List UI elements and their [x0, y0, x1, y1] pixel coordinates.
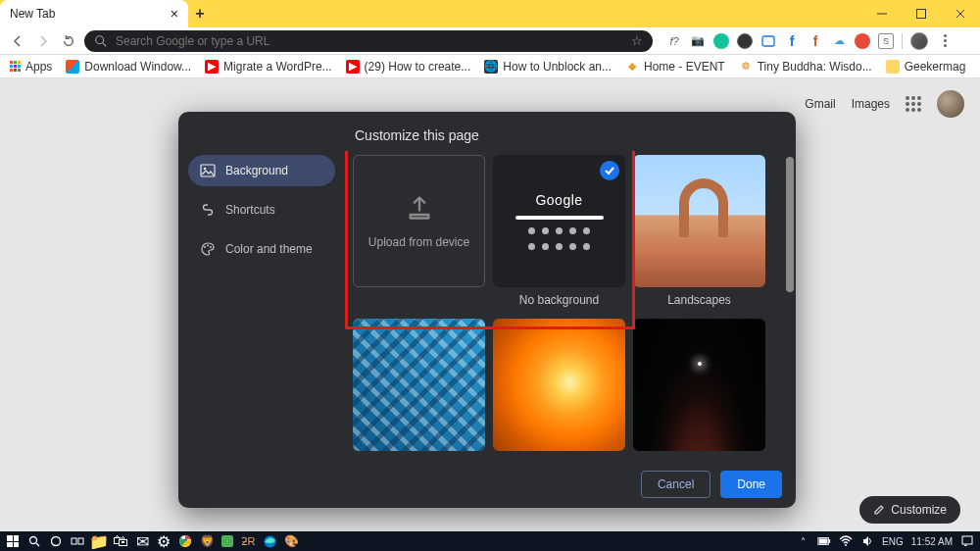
- google-apps-icon[interactable]: [906, 96, 921, 112]
- bookmark-tiny-buddha[interactable]: ☸ Tiny Buddha: Wisdo...: [739, 60, 872, 74]
- app-icon-1[interactable]: 🦁: [200, 534, 214, 548]
- close-window-button[interactable]: [941, 0, 980, 27]
- close-tab-icon[interactable]: ×: [171, 6, 178, 22]
- ext-facebook-icon[interactable]: f: [784, 33, 800, 49]
- bookmark-home-event[interactable]: ◆ Home - EVENT: [625, 60, 725, 74]
- store-icon[interactable]: 🛍: [114, 534, 127, 548]
- svg-rect-16: [78, 538, 83, 544]
- app-icon-2[interactable]: [221, 535, 233, 547]
- bookmark-star-icon[interactable]: ☆: [631, 33, 643, 48]
- edge-icon[interactable]: [263, 534, 276, 548]
- tile-landscapes[interactable]: [633, 155, 765, 287]
- mail-icon[interactable]: ✉: [135, 534, 149, 548]
- omnibox[interactable]: ☆: [84, 30, 653, 52]
- file-explorer-icon[interactable]: 📁: [92, 534, 106, 548]
- bookmark-download-windows[interactable]: Download Window...: [66, 60, 191, 74]
- battery-icon[interactable]: [817, 534, 831, 548]
- bookmark-geekermag[interactable]: Geekermag: [886, 60, 966, 74]
- tile-architecture[interactable]: [353, 319, 485, 451]
- profile-avatar[interactable]: [937, 90, 964, 118]
- ext-facebook-alt-icon[interactable]: f: [808, 33, 823, 49]
- browser-tab[interactable]: New Tab ×: [0, 0, 188, 27]
- svg-line-13: [36, 543, 39, 546]
- sidebar-item-color-theme[interactable]: Color and theme: [188, 233, 335, 265]
- ext-grammarly-icon[interactable]: [713, 33, 729, 49]
- ext-round-red-icon[interactable]: [855, 33, 870, 49]
- new-tab-button[interactable]: +: [188, 0, 212, 27]
- svg-point-12: [30, 537, 37, 544]
- ext-cloud-icon[interactable]: ☁: [831, 33, 847, 49]
- pencil-icon: [873, 504, 885, 516]
- bookmark-label: Download Window...: [84, 60, 191, 74]
- customize-dialog: Customize this page Background Shortcuts…: [178, 112, 796, 508]
- cortana-icon[interactable]: [49, 534, 63, 548]
- profile-avatar-icon[interactable]: [910, 32, 928, 50]
- bookmark-label: Tiny Buddha: Wisdo...: [758, 60, 872, 74]
- chrome-icon[interactable]: [178, 534, 192, 548]
- svg-rect-22: [819, 538, 828, 543]
- ext-tab-icon[interactable]: [760, 33, 776, 49]
- customize-button[interactable]: Customize: [859, 496, 960, 524]
- tile-label: No background: [519, 293, 599, 309]
- cancel-button[interactable]: Cancel: [641, 471, 710, 498]
- paint-icon[interactable]: 🎨: [284, 534, 298, 548]
- done-button[interactable]: Done: [720, 471, 782, 498]
- chrome-menu-icon[interactable]: [936, 34, 954, 47]
- settings-icon[interactable]: ⚙: [157, 534, 171, 548]
- youtube-icon: ▶: [205, 60, 219, 74]
- gmail-link[interactable]: Gmail: [805, 97, 835, 111]
- tile-earth[interactable]: [633, 319, 765, 451]
- svg-rect-6: [762, 36, 774, 46]
- tab-title: New Tab: [10, 7, 55, 21]
- ext-f-question-icon[interactable]: f?: [666, 33, 682, 49]
- scrollbar-thumb[interactable]: [786, 157, 794, 292]
- bookmark-how-to-create[interactable]: ▶ (29) How to create...: [346, 60, 471, 74]
- system-tray: ˄ ENG 11:52 AM: [796, 534, 974, 548]
- omnibox-input[interactable]: [116, 34, 623, 48]
- task-view-icon[interactable]: [71, 534, 84, 548]
- minimize-button[interactable]: [862, 0, 902, 27]
- bookmark-apps[interactable]: Apps: [10, 60, 52, 74]
- ext-dark-icon[interactable]: [737, 33, 753, 49]
- bookmark-migrate-wordpress[interactable]: ▶ Migrate a WordPre...: [205, 60, 331, 74]
- ext-s-icon[interactable]: S: [878, 33, 894, 49]
- tray-lang[interactable]: ENG: [882, 536, 904, 547]
- tray-time[interactable]: 11:52 AM: [911, 536, 953, 547]
- tile-no-background[interactable]: Google: [493, 155, 625, 287]
- maximize-button[interactable]: [902, 0, 941, 27]
- svg-point-14: [52, 537, 61, 546]
- toolbar: ☆ f? 📷 f f ☁ S: [0, 27, 980, 55]
- bookmarks-bar: Apps Download Window... ▶ Migrate a Word…: [0, 55, 980, 78]
- star-graphic: [698, 362, 702, 366]
- bookmark-label: Migrate a WordPre...: [223, 60, 331, 74]
- images-link[interactable]: Images: [852, 97, 890, 111]
- back-button[interactable]: [8, 31, 27, 51]
- volume-icon[interactable]: [860, 534, 874, 548]
- tile-textures[interactable]: [493, 319, 625, 451]
- bookmark-label: Home - EVENT: [644, 60, 725, 74]
- forward-button[interactable]: [33, 31, 53, 51]
- sidebar-item-background[interactable]: Background: [188, 155, 335, 186]
- app-icon-3[interactable]: ƻR: [241, 534, 255, 548]
- svg-line-5: [103, 42, 107, 46]
- bookmark-label: Apps: [25, 60, 52, 74]
- sidebar-item-shortcuts[interactable]: Shortcuts: [188, 194, 335, 225]
- buddha-icon: ☸: [739, 60, 753, 74]
- customize-label: Customize: [891, 503, 947, 517]
- taskbar: 📁 🛍 ✉ ⚙ 🦁 ƻR 🎨 ˄ ENG 11:52 AM: [0, 531, 980, 551]
- svg-point-23: [845, 544, 847, 546]
- bookmark-how-to-unblock[interactable]: 🌐 How to Unblock an...: [484, 60, 612, 74]
- tray-chevron-icon[interactable]: ˄: [796, 534, 809, 548]
- reload-button[interactable]: [59, 31, 78, 51]
- svg-rect-1: [917, 10, 926, 19]
- upload-icon: [406, 194, 433, 222]
- search-icon[interactable]: [27, 534, 41, 548]
- svg-point-9: [204, 246, 206, 248]
- notifications-icon[interactable]: [960, 534, 974, 548]
- wifi-icon[interactable]: [839, 534, 853, 548]
- ext-camera-icon[interactable]: 📷: [690, 33, 706, 49]
- start-button[interactable]: [6, 534, 20, 548]
- svg-rect-15: [72, 538, 76, 544]
- sidebar-item-label: Shortcuts: [225, 203, 275, 217]
- tile-upload-from-device[interactable]: Upload from device: [353, 155, 485, 287]
